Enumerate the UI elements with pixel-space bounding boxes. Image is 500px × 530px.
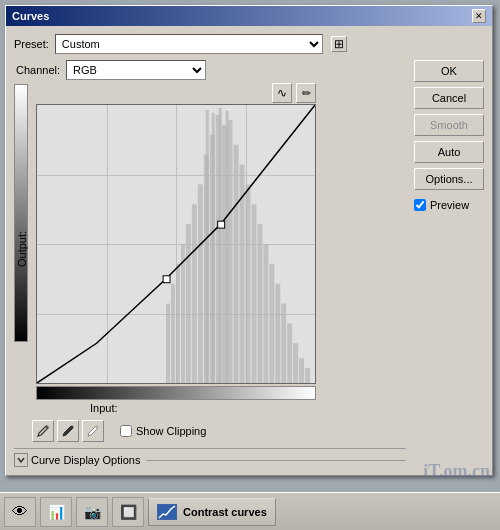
- cancel-button[interactable]: Cancel: [414, 87, 484, 109]
- svg-rect-25: [206, 110, 209, 383]
- preset-row: Preset: Custom Default Linear Contrast M…: [14, 34, 484, 54]
- options-button[interactable]: Options...: [414, 168, 484, 190]
- svg-rect-14: [246, 184, 251, 383]
- channel-select[interactable]: RGB Red Green Blue: [66, 60, 206, 80]
- close-button[interactable]: ✕: [472, 9, 486, 23]
- show-clipping-label: Show Clipping: [136, 425, 206, 437]
- taskbar-active-btn[interactable]: Contrast curves: [148, 498, 276, 526]
- svg-rect-4: [186, 224, 191, 383]
- svg-rect-1: [171, 284, 175, 383]
- output-gradient: [14, 84, 28, 342]
- curve-display-options-row: Curve Display Options: [14, 448, 406, 467]
- cdo-separator: [146, 460, 406, 461]
- preview-row: Preview: [414, 199, 484, 211]
- svg-rect-17: [263, 244, 268, 383]
- channel-label: Channel:: [16, 64, 60, 76]
- curve-column: ∿ ✏: [36, 84, 316, 414]
- svg-rect-16: [257, 224, 262, 383]
- curve-canvas[interactable]: [36, 104, 316, 384]
- svg-rect-20: [281, 304, 286, 383]
- title-bar: Curves ✕: [6, 6, 492, 26]
- svg-rect-21: [287, 323, 292, 383]
- svg-rect-30: [218, 221, 225, 228]
- curve-display-options-btn[interactable]: Curve Display Options: [14, 453, 140, 467]
- svg-rect-15: [251, 204, 256, 383]
- preview-checkbox[interactable]: [414, 199, 426, 211]
- curve-area: Channel: RGB Red Green Blue Output:: [14, 60, 406, 467]
- svg-point-31: [46, 426, 49, 429]
- taskbar-chart-icon[interactable]: 📊: [40, 497, 72, 527]
- svg-rect-6: [198, 184, 203, 383]
- dialog-title: Curves: [12, 10, 49, 22]
- svg-rect-5: [192, 204, 197, 383]
- dialog-body: Preset: Custom Default Linear Contrast M…: [6, 26, 492, 475]
- preview-label: Preview: [430, 199, 469, 211]
- main-area: Channel: RGB Red Green Blue Output:: [14, 60, 484, 467]
- svg-rect-19: [275, 284, 280, 383]
- white-eyedropper[interactable]: [82, 420, 104, 442]
- taskbar-btn-icon: [157, 504, 177, 520]
- pencil-draw-tool[interactable]: ✏: [296, 83, 316, 103]
- taskbar-btn-label: Contrast curves: [183, 506, 267, 518]
- svg-rect-28: [226, 111, 229, 383]
- auto-button[interactable]: Auto: [414, 141, 484, 163]
- svg-rect-27: [219, 108, 222, 383]
- svg-rect-18: [269, 264, 274, 383]
- smooth-button[interactable]: Smooth: [414, 114, 484, 136]
- svg-rect-24: [305, 368, 310, 383]
- svg-rect-12: [234, 145, 239, 383]
- svg-rect-29: [163, 276, 170, 283]
- output-label: Output:: [16, 231, 28, 267]
- show-clipping-row: Show Clipping: [120, 425, 206, 437]
- svg-rect-2: [176, 264, 180, 383]
- eyedropper-group: [32, 420, 104, 442]
- taskbar: 👁 📊 📷 🔲 Contrast curves: [0, 492, 500, 530]
- histogram-svg: [37, 105, 315, 383]
- svg-rect-23: [299, 358, 304, 383]
- preset-select[interactable]: Custom Default Linear Contrast Medium Co…: [55, 34, 323, 54]
- right-buttons: OK Cancel Smooth Auto Options... Preview: [414, 60, 484, 211]
- expand-arrow-icon: [14, 453, 28, 467]
- svg-rect-22: [293, 343, 298, 383]
- channel-row: Channel: RGB Red Green Blue: [14, 60, 406, 80]
- taskbar-eye-icon[interactable]: 👁: [4, 497, 36, 527]
- ok-button[interactable]: OK: [414, 60, 484, 82]
- taskbar-camera-icon[interactable]: 📷: [76, 497, 108, 527]
- curve-graph-wrapper: Output: ∿ ✏: [14, 84, 406, 414]
- svg-rect-0: [166, 304, 170, 383]
- tools-row: Show Clipping: [14, 420, 406, 442]
- svg-rect-26: [212, 113, 215, 383]
- svg-point-32: [71, 426, 74, 429]
- svg-point-33: [96, 426, 99, 429]
- curves-dialog: Curves ✕ Preset: Custom Default Linear C…: [5, 5, 493, 476]
- show-clipping-checkbox[interactable]: [120, 425, 132, 437]
- cdo-label: Curve Display Options: [31, 454, 140, 466]
- input-label: Input:: [90, 402, 118, 414]
- sample-eyedropper[interactable]: [32, 420, 54, 442]
- taskbar-box-icon[interactable]: 🔲: [112, 497, 144, 527]
- svg-rect-3: [181, 244, 185, 383]
- black-eyedropper[interactable]: [57, 420, 79, 442]
- preset-label: Preset:: [14, 38, 49, 50]
- input-gradient: [36, 386, 316, 400]
- curve-options-icon[interactable]: ⊞: [331, 36, 347, 52]
- curve-draw-tool[interactable]: ∿: [272, 83, 292, 103]
